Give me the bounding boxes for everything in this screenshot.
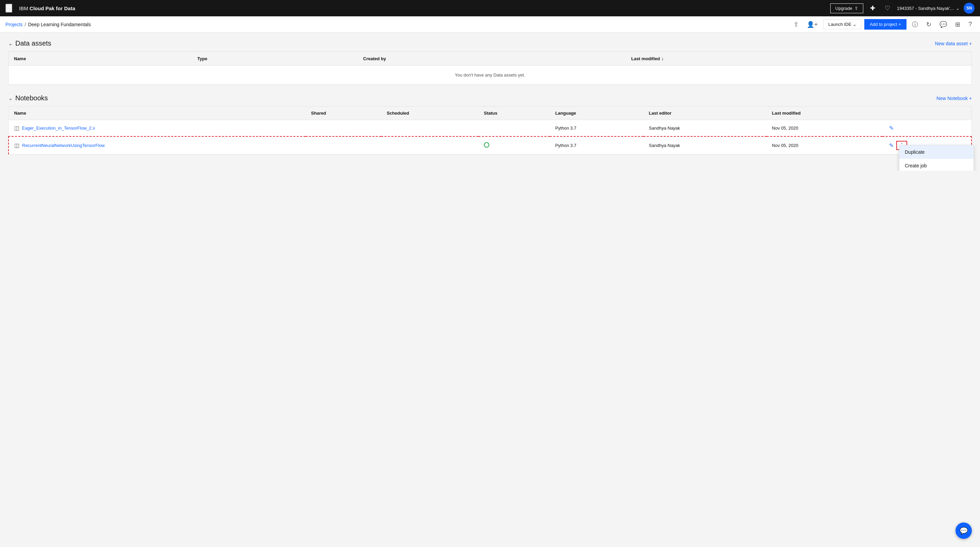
notebooks-section: ⌄ Notebooks New Notebook + Name Shared S… bbox=[8, 94, 972, 154]
help-icon[interactable]: ? bbox=[966, 19, 975, 29]
nb1-status bbox=[479, 120, 550, 137]
notebook-icon-2: ◫ bbox=[14, 142, 19, 149]
context-menu: Duplicate Create job Share Stop Kernel S… bbox=[899, 145, 974, 171]
nb1-edit-button[interactable]: ✎ bbox=[888, 124, 895, 132]
empty-data-assets-row: You don't have any Data assets yet. bbox=[8, 66, 972, 85]
breadcrumb: Projects / Deep Learning Fundamentals bbox=[5, 22, 91, 27]
notebooks-table: Name Shared Scheduled Status Language La… bbox=[8, 106, 972, 154]
context-menu-create-job[interactable]: Create job bbox=[899, 159, 974, 171]
nb1-shared bbox=[305, 120, 381, 137]
nb2-actions: ✎ ⋮ Duplicate Create job Share Stop Kern… bbox=[882, 137, 972, 154]
data-assets-toggle[interactable]: ⌄ bbox=[8, 40, 13, 47]
col-type: Type bbox=[192, 52, 358, 66]
upgrade-label: Upgrade bbox=[835, 6, 853, 11]
top-nav: ☰ IBM Cloud Pak for Data Upgrade ⇧ ✚ ♡ 1… bbox=[0, 0, 980, 16]
nb-col-scheduled: Scheduled bbox=[381, 107, 479, 120]
nb2-language: Python 3.7 bbox=[550, 137, 643, 154]
nb-col-status: Status bbox=[479, 107, 550, 120]
nb-col-last-editor: Last editor bbox=[643, 107, 767, 120]
notification-icon[interactable]: ♡ bbox=[882, 3, 893, 13]
sort-icon[interactable]: ↓ bbox=[661, 56, 663, 61]
nb2-shared bbox=[305, 137, 381, 154]
upgrade-button[interactable]: Upgrade ⇧ bbox=[830, 3, 863, 13]
nb2-edit-button[interactable]: ✎ bbox=[888, 142, 895, 149]
pin-icon[interactable]: ✚ bbox=[867, 3, 878, 13]
plus-icon: + bbox=[898, 22, 901, 27]
launch-ide-button[interactable]: Launch IDE ⌄ bbox=[823, 19, 862, 29]
sub-nav: Projects / Deep Learning Fundamentals ⇧ … bbox=[0, 16, 980, 33]
notebooks-header: ⌄ Notebooks New Notebook + bbox=[8, 94, 972, 102]
context-menu-duplicate[interactable]: Duplicate bbox=[899, 145, 974, 159]
add-to-project-label: Add to project bbox=[870, 22, 897, 27]
nb1-last-modified: Nov 05, 2020 bbox=[767, 120, 882, 137]
brand-name: Cloud Pak for Data bbox=[30, 5, 75, 11]
menu-icon[interactable]: ☰ bbox=[5, 4, 12, 13]
main-content: ⌄ Data assets New data asset + Name Type… bbox=[0, 33, 980, 171]
nb-col-shared: Shared bbox=[305, 107, 381, 120]
notebooks-title: Notebooks bbox=[15, 94, 48, 102]
nb2-scheduled bbox=[381, 137, 479, 154]
breadcrumb-projects[interactable]: Projects bbox=[5, 22, 23, 27]
nb1-language: Python 3.7 bbox=[550, 120, 643, 137]
new-notebook-link[interactable]: New Notebook + bbox=[937, 95, 972, 101]
share-icon[interactable]: ⇧ bbox=[791, 19, 801, 30]
nb1-name-cell: ◫ Eager_Execution_in_TensorFlow_2.x bbox=[8, 120, 305, 137]
nb-col-actions bbox=[882, 107, 972, 120]
add-to-project-button[interactable]: Add to project + bbox=[864, 19, 907, 30]
status-running-dot bbox=[484, 142, 489, 148]
data-assets-table: Name Type Created by Last modified ↓ You… bbox=[8, 51, 972, 85]
nb-col-last-modified: Last modified bbox=[767, 107, 882, 120]
empty-message: You don't have any Data assets yet. bbox=[8, 66, 972, 85]
notebook-row-1: ◫ Eager_Execution_in_TensorFlow_2.x Pyth… bbox=[8, 120, 972, 137]
col-created-by: Created by bbox=[358, 52, 626, 66]
nb2-name-cell: ◫ RecurrentNeuralNetworkUsingTensorFlow bbox=[8, 137, 305, 154]
nb1-scheduled bbox=[381, 120, 479, 137]
new-data-asset-link[interactable]: New data asset + bbox=[935, 41, 972, 46]
nb-col-language: Language bbox=[550, 107, 643, 120]
nb2-status bbox=[479, 137, 550, 154]
add-collaborator-icon[interactable]: 👤+ bbox=[804, 19, 821, 30]
nb2-name-link[interactable]: RecurrentNeuralNetworkUsingTensorFlow bbox=[22, 143, 105, 148]
avatar[interactable]: SN bbox=[964, 3, 975, 14]
nb1-actions: ✎ bbox=[882, 120, 972, 137]
nb2-last-modified: Nov 05, 2020 bbox=[767, 137, 882, 154]
nb1-last-editor: Sandhya Nayak bbox=[643, 120, 767, 137]
launch-ide-label: Launch IDE bbox=[828, 22, 851, 27]
user-menu[interactable]: 1943357 - Sandhya Nayak'... ⌄ bbox=[897, 6, 959, 11]
history-icon[interactable]: ↻ bbox=[924, 19, 934, 30]
user-label: 1943357 - Sandhya Nayak'... bbox=[897, 6, 954, 11]
notebooks-title-row: ⌄ Notebooks bbox=[8, 94, 48, 102]
notebooks-toggle[interactable]: ⌄ bbox=[8, 95, 13, 101]
chat-icon[interactable]: 💬 bbox=[937, 19, 950, 30]
chevron-down-icon: ⌄ bbox=[853, 22, 856, 27]
app-brand: IBM Cloud Pak for Data bbox=[19, 5, 75, 11]
info-icon[interactable]: ⓘ bbox=[909, 19, 921, 30]
data-assets-title-row: ⌄ Data assets bbox=[8, 40, 51, 47]
chevron-down-icon: ⌄ bbox=[956, 6, 959, 11]
col-name: Name bbox=[8, 52, 192, 66]
data-assets-title: Data assets bbox=[15, 40, 51, 47]
notebook-icon-1: ◫ bbox=[14, 125, 19, 131]
data-assets-section: ⌄ Data assets New data asset + Name Type… bbox=[8, 40, 972, 85]
grid-icon[interactable]: ⊞ bbox=[953, 19, 963, 30]
avatar-initials: SN bbox=[966, 6, 972, 11]
col-last-modified: Last modified ↓ bbox=[626, 52, 972, 66]
data-assets-header: ⌄ Data assets New data asset + bbox=[8, 40, 972, 47]
upload-icon: ⇧ bbox=[854, 6, 858, 11]
breadcrumb-current: Deep Learning Fundamentals bbox=[28, 22, 91, 27]
nb2-last-editor: Sandhya Nayak bbox=[643, 137, 767, 154]
notebook-row-2: ◫ RecurrentNeuralNetworkUsingTensorFlow … bbox=[8, 137, 972, 154]
breadcrumb-separator: / bbox=[25, 22, 26, 27]
nb-col-name: Name bbox=[8, 107, 305, 120]
nb1-name-link[interactable]: Eager_Execution_in_TensorFlow_2.x bbox=[22, 126, 95, 130]
